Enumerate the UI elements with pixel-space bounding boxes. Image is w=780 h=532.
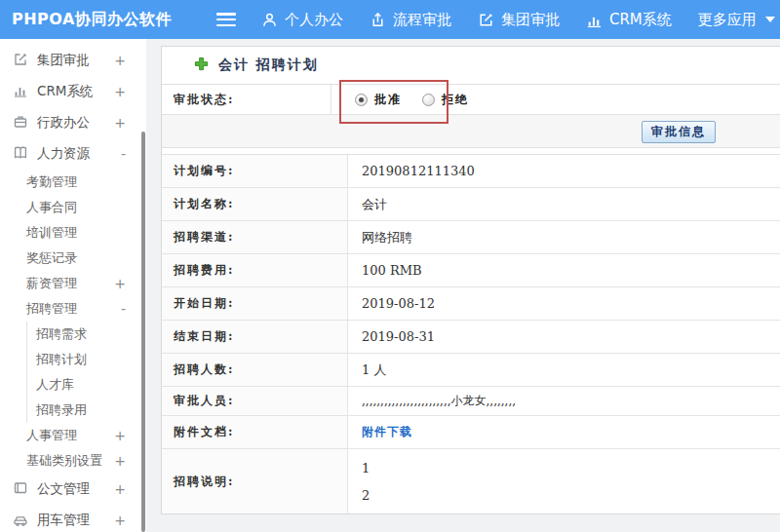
field-value: 1 人: [348, 354, 780, 386]
sidebar-item-crm[interactable]: CRM系统 +: [0, 76, 146, 107]
sidebar-scrollbar[interactable]: [141, 132, 145, 532]
expand-icon[interactable]: -: [121, 146, 126, 162]
radio-approve[interactable]: [355, 94, 368, 106]
nav-process-approval[interactable]: 流程审批: [370, 11, 451, 29]
field-value: 会计: [348, 188, 780, 220]
field-label: 结束日期:: [162, 321, 348, 353]
sidebar-item-recruit-demand[interactable]: 招聘需求: [27, 322, 146, 347]
field-value: 100 RMB: [348, 254, 780, 286]
nav-personal-office[interactable]: 个人办公: [261, 11, 343, 29]
chart-icon: [13, 83, 28, 101]
briefcase-icon: [13, 114, 28, 133]
sidebar-item-recruit-plan[interactable]: 招聘计划: [27, 347, 146, 372]
expand-icon[interactable]: +: [114, 276, 126, 291]
expand-icon[interactable]: +: [114, 453, 126, 469]
field-value: 20190812111340: [348, 155, 780, 187]
expand-icon[interactable]: +: [114, 481, 126, 497]
plan-detail-table: 计划编号: 20190812111340 计划名称: 会计 招聘渠道: 网络招聘…: [162, 154, 780, 513]
field-label: 审批人员:: [162, 387, 348, 415]
nav-label: 流程审批: [393, 11, 451, 29]
expand-icon[interactable]: +: [114, 84, 126, 99]
sidebar-item-attendance[interactable]: 考勤管理: [0, 170, 146, 195]
table-row: 结束日期: 2019-08-31: [162, 321, 780, 354]
table-row: 招聘渠道: 网络招聘: [162, 221, 780, 254]
sidebar-item-admin-office[interactable]: 行政办公 +: [0, 107, 146, 138]
caret-down-icon: [765, 17, 775, 22]
approval-info-button[interactable]: 审批信息: [642, 121, 716, 143]
hamburger-menu-icon[interactable]: [216, 13, 236, 26]
sidebar-item-vehicles[interactable]: 用车管理 +: [0, 505, 146, 532]
edit-icon: [13, 52, 28, 70]
app-logo: PHPOA协同办公软件: [12, 10, 172, 30]
radio-approve-label: 批准: [374, 92, 402, 108]
table-row: 审批人员: ,,,,,,,,,,,,,,,,,,,,,,,,小龙女,,,,,,,…: [162, 387, 780, 416]
nav-crm-system[interactable]: CRM系统: [586, 11, 672, 29]
sidebar-item-rewards[interactable]: 奖惩记录: [0, 246, 146, 271]
description-line: 1: [362, 461, 370, 475]
recruit-submenu: 招聘需求 招聘计划 人才库 招聘录用: [26, 322, 146, 423]
field-label: 附件文档:: [162, 416, 348, 448]
page-header: 会计 招聘计划: [162, 47, 780, 84]
field-label: 招聘费用:: [162, 254, 348, 286]
plus-icon: [194, 57, 209, 75]
nav-more-apps[interactable]: 更多应用: [698, 11, 775, 29]
table-row: 招聘费用: 100 RMB: [162, 254, 780, 287]
field-value: 1 2: [348, 449, 780, 513]
field-label: 招聘说明:: [162, 449, 348, 513]
sidebar-item-group-approval[interactable]: 集团审批 +: [0, 45, 146, 76]
sidebar-item-recruit-hire[interactable]: 招聘录用: [27, 398, 146, 423]
nav-label: 集团审批: [501, 11, 560, 29]
sidebar: 集团审批 + CRM系统 + 行政办公 +: [0, 39, 146, 532]
sidebar-item-hr-contract[interactable]: 人事合同: [0, 195, 146, 220]
topbar: PHPOA协同办公软件 个人办公 流程审批: [0, 0, 780, 39]
person-icon: [261, 12, 278, 28]
nav-label: 个人办公: [285, 11, 343, 29]
radio-reject-label: 拒绝: [442, 92, 469, 108]
approval-button-row: 审批信息: [162, 114, 780, 148]
sidebar-item-talent-pool[interactable]: 人才库: [27, 372, 146, 398]
approval-status-row: 审批状态: 批准 拒绝: [162, 85, 780, 114]
car-icon: [13, 512, 28, 530]
table-row: 开始日期: 2019-08-12: [162, 287, 780, 321]
expand-icon[interactable]: -: [121, 301, 126, 317]
field-value: 2019-08-12: [348, 287, 780, 320]
document-icon: [13, 480, 28, 499]
sidebar-item-personnel-mgmt[interactable]: 人事管理 +: [0, 423, 146, 448]
sidebar-item-hr[interactable]: 人力资源 -: [0, 138, 146, 170]
sidebar-item-base-category[interactable]: 基础类别设置 +: [0, 448, 146, 474]
edit-icon: [478, 12, 494, 28]
description-line: 2: [362, 488, 370, 503]
field-value: 网络招聘: [348, 221, 780, 253]
expand-icon[interactable]: +: [114, 428, 126, 443]
process-icon: [370, 12, 386, 28]
table-row: 附件文档: 附件下载: [162, 416, 780, 449]
field-label: 开始日期:: [162, 287, 348, 320]
field-label: 计划编号:: [162, 155, 348, 187]
nav-group-approval[interactable]: 集团审批: [478, 11, 560, 29]
expand-icon[interactable]: +: [114, 115, 126, 131]
field-value: ,,,,,,,,,,,,,,,,,,,,,,,,小龙女,,,,,,,,: [348, 387, 780, 415]
sidebar-item-training[interactable]: 培训管理: [0, 220, 146, 246]
sidebar-item-salary[interactable]: 薪资管理 +: [0, 271, 146, 296]
sidebar-item-recruit-mgmt[interactable]: 招聘管理 -: [0, 296, 146, 322]
attachment-download-link[interactable]: 附件下载: [362, 424, 412, 440]
expand-icon[interactable]: +: [114, 513, 126, 528]
field-label: 招聘人数:: [162, 354, 348, 386]
sidebar-item-documents[interactable]: 公文管理 +: [0, 474, 146, 505]
approval-table: 审批状态: 批准 拒绝 审批信息: [162, 84, 780, 148]
approval-status-label: 审批状态:: [162, 85, 332, 114]
content-panel: 会计 招聘计划 审批状态: 批准 拒绝 审批信息 计划编号: 201908121…: [161, 46, 780, 514]
radio-reject[interactable]: [422, 94, 435, 106]
chart-icon: [586, 12, 603, 28]
table-row: 计划名称: 会计: [162, 188, 780, 221]
field-label: 招聘渠道:: [162, 221, 348, 253]
field-label: 计划名称:: [162, 188, 348, 220]
expand-icon[interactable]: +: [114, 53, 126, 68]
table-row: 招聘说明: 1 2: [162, 449, 780, 513]
page-title: 会计 招聘计划: [218, 57, 319, 74]
approval-status-options: 批准 拒绝: [332, 85, 780, 114]
field-value: 附件下载: [348, 416, 780, 448]
nav-label: 更多应用: [698, 11, 757, 29]
main-content: 会计 招聘计划 审批状态: 批准 拒绝 审批信息 计划编号: 201908121…: [146, 39, 780, 532]
table-row: 招聘人数: 1 人: [162, 354, 780, 387]
